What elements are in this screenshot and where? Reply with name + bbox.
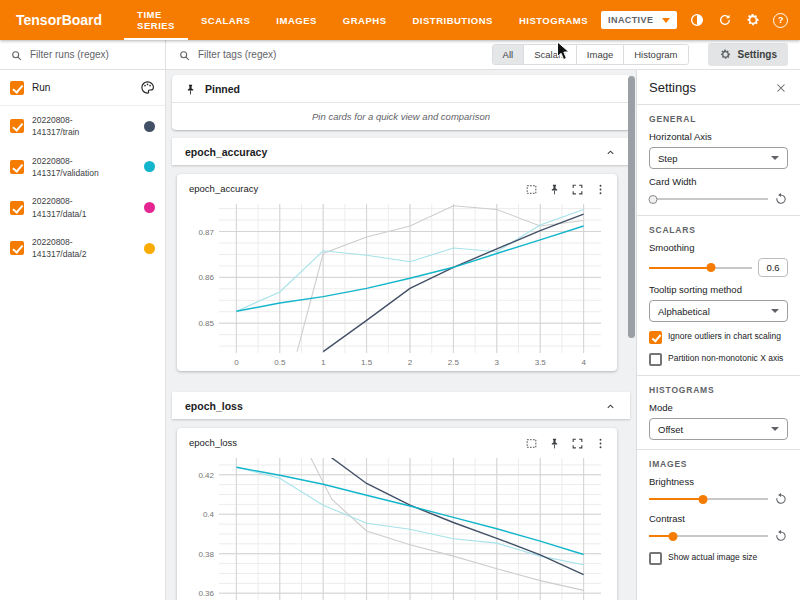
chip-image[interactable]: Image [577, 45, 624, 64]
pin-icon[interactable] [548, 436, 561, 449]
brightness-slider[interactable] [649, 492, 768, 506]
chart-actions [525, 436, 607, 449]
section-body: epoch_accuracy 00.511.522.533.540.850.86… [172, 165, 630, 384]
card-width-row [649, 192, 788, 206]
section-epoch-accuracy: epoch_accuracy epoch_accuracy [172, 138, 630, 384]
help-icon[interactable]: ? [773, 13, 788, 28]
run-label: 20220808-141317/validation [32, 155, 99, 180]
run-row-data-2[interactable]: 20220808-141317/data/2 [0, 228, 165, 269]
runs-sidebar: Run 20220808-141317/train 20220808-14131… [0, 70, 166, 600]
close-icon[interactable] [774, 81, 788, 95]
filter-runs-input[interactable] [30, 49, 155, 60]
general-heading: GENERAL [649, 114, 788, 124]
run-checkbox[interactable] [10, 201, 24, 215]
chevron-down-icon [662, 18, 670, 23]
fullscreen-icon[interactable] [571, 436, 584, 449]
run-checkbox[interactable] [10, 119, 24, 133]
reset-icon[interactable] [774, 192, 788, 206]
section-epoch-loss: epoch_loss epoch_loss [172, 392, 630, 600]
settings-gear-icon[interactable] [745, 12, 761, 28]
divider [637, 375, 800, 376]
more-vert-icon[interactable] [594, 436, 607, 449]
topbar-actions: INACTIVE ? [601, 0, 800, 40]
partition-x-axis-label: Partition non-monotonic X axis [668, 353, 783, 365]
tooltip-sorting-label: Tooltip sorting method [649, 284, 788, 295]
chevron-down-icon [771, 309, 779, 313]
fit-to-data-icon[interactable] [525, 436, 538, 449]
horizontal-axis-select[interactable]: Step [649, 147, 788, 169]
fullscreen-icon[interactable] [571, 182, 584, 195]
svg-text:0.86: 0.86 [198, 273, 214, 282]
ignore-outliers-checkbox[interactable] [649, 331, 662, 344]
contrast-slider[interactable] [649, 529, 768, 543]
settings-title: Settings [649, 80, 696, 95]
brightness-label: Brightness [649, 476, 788, 487]
runs-filter-cell [0, 40, 166, 69]
smoothing-value-input[interactable] [758, 258, 788, 277]
smoothing-slider[interactable] [649, 261, 752, 275]
partition-x-axis-checkbox[interactable] [649, 353, 662, 366]
run-checkbox[interactable] [10, 160, 24, 174]
epoch-loss-chart[interactable]: 00.511.522.533.540.360.380.40.42 [185, 453, 609, 600]
epoch-accuracy-chart[interactable]: 00.511.522.533.540.850.860.87 [185, 199, 609, 369]
run-checkbox[interactable] [10, 241, 24, 255]
run-row-validation[interactable]: 20220808-141317/validation [0, 147, 165, 188]
run-row-train[interactable]: 20220808-141317/train [0, 106, 165, 147]
run-color-dot [144, 202, 155, 213]
svg-text:4: 4 [581, 358, 586, 367]
filter-tags-input[interactable] [198, 49, 485, 60]
chip-scalars[interactable]: Scalars [524, 45, 577, 64]
contrast-label: Contrast [649, 513, 788, 524]
filter-toolbar: All Scalars Image Histogram Settings [0, 40, 800, 70]
run-row-data-1[interactable]: 20220808-141317/data/1 [0, 187, 165, 228]
chip-all[interactable]: All [493, 45, 525, 64]
divider [637, 215, 800, 216]
tooltip-sorting-select[interactable]: Alphabetical [649, 300, 788, 322]
scalars-heading: SCALARS [649, 225, 788, 235]
theme-toggle-icon[interactable] [689, 12, 705, 28]
settings-button[interactable]: Settings [708, 43, 788, 66]
smoothing-label: Smoothing [649, 242, 788, 253]
scrollbar[interactable] [628, 76, 635, 338]
chip-histogram[interactable]: Histogram [624, 45, 687, 64]
runs-header-label: Run [32, 82, 50, 93]
svg-text:0.85: 0.85 [198, 319, 214, 328]
settings-button-label: Settings [738, 49, 777, 60]
histogram-mode-label: Mode [649, 402, 788, 413]
section-title: epoch_loss [185, 400, 243, 412]
tab-images[interactable]: IMAGES [263, 0, 329, 40]
tab-graphs[interactable]: GRAPHS [330, 0, 400, 40]
reset-icon[interactable] [774, 492, 788, 506]
partition-x-axis-row: Partition non-monotonic X axis [649, 353, 788, 366]
settings-header: Settings [649, 80, 788, 95]
pin-icon[interactable] [548, 182, 561, 195]
more-vert-icon[interactable] [594, 182, 607, 195]
ignore-outliers-label: Ignore outliers in chart scaling [668, 331, 781, 343]
histogram-mode-select[interactable]: Offset [649, 418, 788, 440]
svg-text:2: 2 [408, 358, 413, 367]
run-color-dot [144, 161, 155, 172]
chevron-down-icon [771, 156, 779, 160]
fit-to-data-icon[interactable] [525, 182, 538, 195]
select-all-runs-checkbox[interactable] [10, 81, 24, 95]
reload-status-dropdown[interactable]: INACTIVE [601, 11, 677, 29]
chevron-up-icon [604, 399, 617, 412]
pinned-header: Pinned [172, 75, 630, 103]
tab-distributions[interactable]: DISTRIBUTIONS [400, 0, 506, 40]
reset-icon[interactable] [774, 529, 788, 543]
tab-scalars[interactable]: SCALARS [188, 0, 263, 40]
card-width-slider[interactable] [649, 192, 768, 206]
section-header-epoch-accuracy[interactable]: epoch_accuracy [172, 138, 630, 165]
show-actual-size-checkbox[interactable] [649, 552, 662, 565]
run-label: 20220808-141317/data/2 [32, 236, 86, 261]
palette-icon[interactable] [140, 80, 155, 95]
tab-histograms[interactable]: HISTOGRAMS [506, 0, 601, 40]
refresh-icon[interactable] [717, 12, 733, 28]
top-nav-tabs: TIME SERIES SCALARS IMAGES GRAPHS DISTRI… [124, 0, 601, 40]
tab-time-series[interactable]: TIME SERIES [124, 0, 188, 40]
section-header-epoch-loss[interactable]: epoch_loss [172, 392, 630, 419]
run-color-dot [144, 121, 155, 132]
settings-panel: Settings GENERAL Horizontal Axis Step Ca… [636, 70, 800, 600]
divider [637, 104, 800, 105]
svg-text:3.5: 3.5 [535, 358, 547, 367]
